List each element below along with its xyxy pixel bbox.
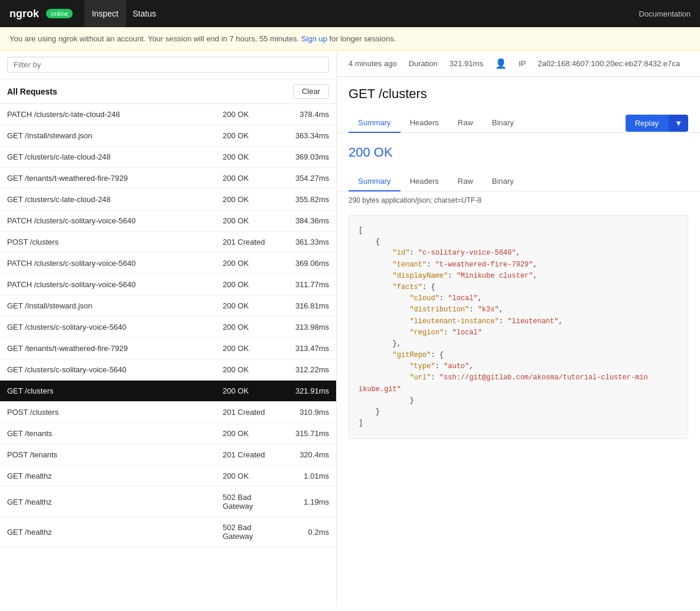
- request-path: POST /tenants: [7, 450, 223, 459]
- nav-inspect[interactable]: Inspect: [84, 0, 125, 27]
- request-row[interactable]: GET /tenants/t-weathered-fire-7929200 OK…: [0, 168, 336, 189]
- code-line: }: [359, 395, 678, 407]
- request-time: 1.01ms: [282, 472, 329, 480]
- request-title: GET /clusters: [349, 86, 688, 102]
- request-row[interactable]: POST /clusters201 Created310.9ms: [0, 402, 336, 423]
- code-line: },: [359, 339, 678, 350]
- request-time: 316.81ms: [282, 301, 329, 310]
- request-time: 355.82ms: [282, 195, 329, 204]
- topnav: ngrok online Inspect Status Documentatio…: [0, 0, 700, 27]
- code-line: "tenant": "t-weathered-fire-7929",: [359, 259, 678, 271]
- clear-button[interactable]: Clear: [293, 84, 329, 99]
- request-row[interactable]: GET /tenants200 OK315.71ms: [0, 423, 336, 444]
- request-status: 200 OK: [223, 386, 282, 395]
- user-icon: 👤: [495, 58, 507, 69]
- code-line: ikube.git": [359, 384, 678, 395]
- meta-ip-value: 2a02:168:4607:100:20ec:eb27:8432:e7ca: [538, 59, 680, 68]
- nav-documentation[interactable]: Documentation: [639, 9, 691, 18]
- request-status: 200 OK: [223, 174, 282, 183]
- request-row[interactable]: GET /healthz502 Bad Gateway0.2ms: [0, 517, 336, 547]
- tab-response-headers[interactable]: Headers: [401, 172, 448, 191]
- replay-btn-group: Replay ▼: [626, 115, 688, 132]
- request-status: 502 Bad Gateway: [223, 523, 282, 541]
- main-layout: All Requests Clear PATCH /clusters/c-lat…: [0, 51, 700, 607]
- request-time: 313.47ms: [282, 344, 329, 353]
- request-row[interactable]: PATCH /clusters/c-late-cloud-248200 OK37…: [0, 104, 336, 125]
- request-status: 201 Created: [223, 408, 282, 417]
- left-panel: All Requests Clear PATCH /clusters/c-lat…: [0, 51, 337, 607]
- request-time: 363.34ms: [282, 131, 329, 140]
- right-panel: 4 minutes ago Duration 321.91ms 👤 IP 2a0…: [337, 51, 700, 607]
- code-line: [: [359, 225, 678, 236]
- filter-bar: [0, 51, 336, 79]
- request-status: 200 OK: [223, 195, 282, 204]
- request-path: PATCH /clusters/c-solitary-voice-5640: [7, 216, 223, 225]
- request-time: 313.98ms: [282, 323, 329, 332]
- request-row[interactable]: GET /Install/steward.json200 OK316.81ms: [0, 295, 336, 317]
- code-line: "distribution": "k3s",: [359, 304, 678, 316]
- request-time: 315.71ms: [282, 429, 329, 438]
- tab-request-binary[interactable]: Binary: [483, 113, 523, 133]
- request-row[interactable]: GET /clusters/c-late-cloud-248200 OK369.…: [0, 147, 336, 168]
- request-status: 200 OK: [223, 323, 282, 332]
- banner-signup-link[interactable]: Sign up: [301, 34, 327, 43]
- tab-request-summary[interactable]: Summary: [349, 113, 401, 133]
- meta-duration-value: 321.91ms: [450, 59, 483, 68]
- code-line: "id": "c-solitary-voice-5640",: [359, 248, 678, 259]
- tab-response-binary[interactable]: Binary: [483, 172, 523, 191]
- request-path: POST /clusters: [7, 238, 223, 246]
- tab-request-raw[interactable]: Raw: [448, 113, 483, 133]
- request-row[interactable]: GET /clusters200 OK321.91ms: [0, 381, 336, 402]
- tab-response-raw[interactable]: Raw: [448, 172, 483, 191]
- request-row[interactable]: GET /Install/steward.json200 OK363.34ms: [0, 125, 336, 147]
- code-line: }: [359, 407, 678, 418]
- request-row[interactable]: PATCH /clusters/c-solitary-voice-5640200…: [0, 210, 336, 232]
- request-path: GET /clusters/c-late-cloud-248: [7, 152, 223, 161]
- code-line: "gitRepo": {: [359, 350, 678, 361]
- request-status: 201 Created: [223, 238, 282, 246]
- request-path: GET /clusters/c-solitary-voice-5640: [7, 365, 223, 374]
- request-path: GET /healthz: [7, 498, 223, 506]
- nav-status[interactable]: Status: [126, 0, 164, 27]
- response-tabs-row: Summary Headers Raw Binary: [337, 172, 700, 191]
- tab-response-summary[interactable]: Summary: [349, 172, 401, 191]
- requests-header: All Requests Clear: [0, 79, 336, 104]
- request-status: 201 Created: [223, 450, 282, 459]
- request-row[interactable]: GET /clusters/c-solitary-voice-5640200 O…: [0, 359, 336, 381]
- request-row[interactable]: PATCH /clusters/c-solitary-voice-5640200…: [0, 253, 336, 274]
- request-row[interactable]: GET /healthz502 Bad Gateway1.19ms: [0, 487, 336, 517]
- response-section: 200 OK: [337, 133, 700, 172]
- request-time: 320.4ms: [282, 450, 329, 459]
- code-line: "facts": {: [359, 282, 678, 293]
- request-row[interactable]: GET /tenants/t-weathered-fire-7929200 OK…: [0, 338, 336, 359]
- request-path: GET /Install/steward.json: [7, 131, 223, 140]
- request-row[interactable]: GET /clusters/c-solitary-voice-5640200 O…: [0, 317, 336, 338]
- replay-dropdown-button[interactable]: ▼: [668, 115, 688, 132]
- content-info: 290 bytes application/json; charset=UTF-…: [337, 191, 700, 209]
- request-status: 200 OK: [223, 280, 282, 289]
- request-time: 361.33ms: [282, 238, 329, 246]
- request-path: GET /tenants/t-weathered-fire-7929: [7, 344, 223, 353]
- request-path: GET /clusters/c-solitary-voice-5640: [7, 323, 223, 332]
- request-status: 200 OK: [223, 259, 282, 268]
- request-row[interactable]: POST /tenants201 Created320.4ms: [0, 444, 336, 466]
- request-time: 354.27ms: [282, 174, 329, 183]
- request-time: 321.91ms: [282, 386, 329, 395]
- request-row[interactable]: POST /clusters201 Created361.33ms: [0, 232, 336, 253]
- filter-input[interactable]: [7, 57, 329, 73]
- request-row[interactable]: GET /healthz200 OK1.01ms: [0, 466, 336, 487]
- request-status: 200 OK: [223, 110, 282, 119]
- replay-button[interactable]: Replay: [626, 115, 668, 132]
- request-status: 200 OK: [223, 301, 282, 310]
- request-row[interactable]: PATCH /clusters/c-solitary-voice-5640200…: [0, 274, 336, 295]
- request-path: POST /clusters: [7, 408, 223, 417]
- request-path: GET /Install/steward.json: [7, 301, 223, 310]
- code-line: "displayName": "Minikube cluster",: [359, 271, 678, 282]
- banner-text-before: You are using ngrok without an account. …: [9, 34, 299, 43]
- request-row[interactable]: GET /clusters/c-late-cloud-248200 OK355.…: [0, 189, 336, 210]
- request-status: 200 OK: [223, 152, 282, 161]
- response-code-block: [ { "id": "c-solitary-voice-5640", "tena…: [349, 215, 688, 439]
- tab-request-headers[interactable]: Headers: [401, 113, 448, 133]
- request-path: GET /healthz: [7, 528, 223, 537]
- meta-duration-label: Duration: [409, 59, 438, 68]
